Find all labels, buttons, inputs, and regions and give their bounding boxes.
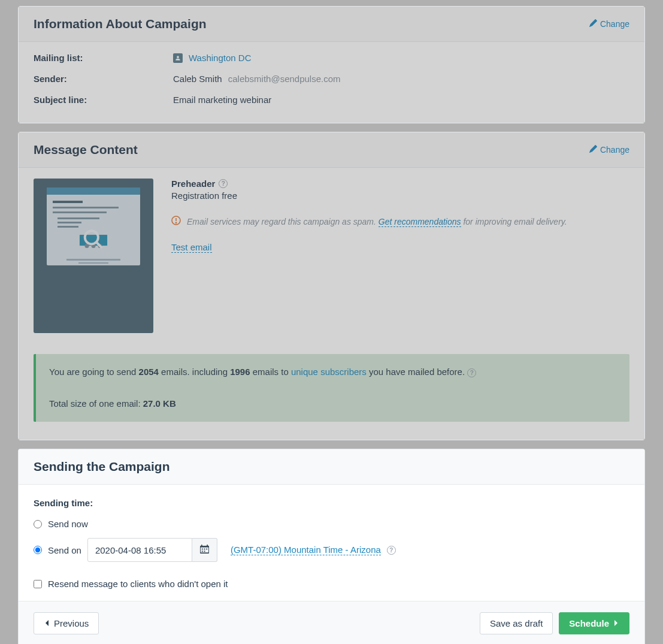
content-change-button[interactable]: Change	[589, 145, 629, 155]
resend-label: Resend message to clients who didn't ope…	[48, 579, 228, 589]
send-panel-body: Sending time: Send now Send on (GMT-07:0…	[19, 485, 644, 601]
send-panel: Sending the Campaign Sending time: Send …	[18, 449, 645, 644]
summary-mid1: emails. including	[159, 367, 230, 377]
chevron-right-icon	[613, 618, 619, 628]
help-icon[interactable]: ?	[219, 179, 228, 188]
subject-value: Email marketing webinar	[173, 95, 271, 105]
mailing-list-link[interactable]: Washington DC	[189, 53, 252, 63]
content-panel-body: Preheader ? Registration free Email serv…	[19, 168, 644, 440]
info-change-button[interactable]: Change	[589, 19, 629, 29]
warning-icon	[171, 216, 181, 227]
email-preview-thumbnail[interactable]	[34, 179, 153, 333]
contacts-icon	[173, 53, 183, 63]
send-now-label: Send now	[48, 519, 88, 529]
subject-label: Subject line:	[34, 95, 173, 105]
resend-checkbox[interactable]	[34, 580, 42, 588]
magnify-icon	[82, 228, 105, 253]
datetime-input[interactable]	[87, 538, 192, 562]
summary-prefix: You are going to send	[49, 367, 139, 377]
svg-point-4	[175, 222, 176, 223]
schedule-label: Schedule	[569, 618, 609, 628]
send-now-option[interactable]: Send now	[34, 519, 629, 529]
svg-point-0	[85, 231, 98, 244]
sender-label: Sender:	[34, 74, 173, 84]
pencil-icon	[589, 19, 597, 29]
send-on-label: Send on	[48, 545, 81, 555]
schedule-button[interactable]: Schedule	[559, 612, 629, 634]
calendar-icon	[200, 545, 209, 555]
send-panel-header: Sending the Campaign	[19, 449, 644, 485]
resend-option[interactable]: Resend message to clients who didn't ope…	[34, 579, 629, 589]
send-summary-box: You are going to send 2054 emails. inclu…	[34, 354, 629, 422]
summary-suffix: you have mailed before.	[367, 367, 465, 377]
unique-subscribers-link[interactable]: unique subscribers	[291, 367, 367, 377]
info-panel-body: Mailing list: Washington DC Sender: Cale…	[19, 42, 644, 123]
summary-unique: 1996	[230, 367, 250, 377]
get-recommendations-link[interactable]: Get recommendations	[379, 217, 461, 227]
info-change-label: Change	[600, 19, 629, 29]
info-title: Information About Campaign	[34, 17, 207, 31]
send-on-radio[interactable]	[34, 546, 42, 554]
pencil-icon	[589, 145, 597, 155]
content-title: Message Content	[34, 143, 138, 157]
sender-name: Caleb Smith	[173, 74, 222, 84]
timezone-link[interactable]: (GMT-07:00) Mountain Time - Arizona	[231, 545, 381, 555]
svg-line-1	[96, 242, 102, 248]
send-now-radio[interactable]	[34, 520, 42, 528]
previous-button[interactable]: Previous	[34, 612, 99, 634]
preheader-value: Registration free	[171, 191, 629, 201]
summary-size-label: Total size of one email:	[49, 398, 143, 409]
save-draft-label: Save as draft	[490, 618, 543, 628]
content-change-label: Change	[600, 145, 629, 155]
summary-mid2: emails to	[250, 367, 291, 377]
previous-label: Previous	[54, 618, 89, 628]
spam-warning-prefix: Email services may regard this campaign …	[187, 217, 376, 226]
mailing-list-label: Mailing list:	[34, 53, 173, 63]
info-panel: Information About Campaign Change Mailin…	[18, 6, 645, 123]
sender-email: calebsmith@sendpulse.com	[228, 74, 341, 84]
summary-total: 2054	[139, 367, 159, 377]
preheader-label: Preheader	[171, 179, 215, 189]
summary-size-value: 27.0 KB	[143, 398, 176, 409]
save-draft-button[interactable]: Save as draft	[480, 612, 553, 634]
content-panel-header: Message Content Change	[19, 132, 644, 168]
test-email-link[interactable]: Test email	[171, 242, 212, 253]
help-icon[interactable]: ?	[467, 368, 476, 377]
send-title: Sending the Campaign	[34, 459, 170, 474]
help-icon[interactable]: ?	[387, 546, 396, 555]
send-panel-footer: Previous Save as draft Schedule	[19, 601, 644, 644]
calendar-button[interactable]	[192, 538, 217, 562]
chevron-left-icon	[44, 618, 50, 628]
info-panel-header: Information About Campaign Change	[19, 7, 644, 42]
spam-warning-suffix: for improving email delivery.	[463, 217, 567, 226]
content-panel: Message Content Change	[18, 132, 645, 440]
send-on-option[interactable]: Send on (GMT-07:00) Mountain Time - Ariz…	[34, 538, 629, 562]
sending-time-label: Sending time:	[34, 498, 629, 508]
